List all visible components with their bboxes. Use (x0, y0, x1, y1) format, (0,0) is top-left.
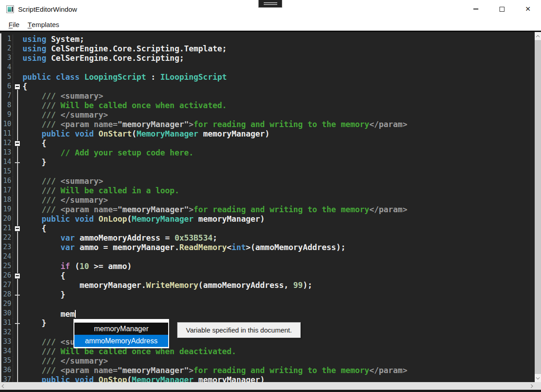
code-line[interactable]: 28 } (1, 290, 535, 300)
line-number: 28 (1, 290, 13, 300)
line-number: 15 (1, 167, 13, 177)
fold-collapse-icon[interactable] (14, 226, 20, 232)
maximize-button[interactable] (489, 0, 515, 18)
titlebar: ScriptEditorWindow ✕ (0, 0, 541, 18)
line-number: 5 (1, 73, 13, 82)
code-line[interactable]: 14 } (1, 158, 535, 167)
horizontal-scrollbar[interactable] (0, 382, 535, 390)
line-number: 26 (1, 271, 13, 281)
line-number: 21 (1, 224, 13, 233)
scroll-down-button[interactable] (535, 374, 541, 382)
fold-collapse-icon[interactable] (14, 84, 20, 90)
code-line[interactable]: 20 public void OnLoop(MemoryManager memo… (1, 214, 535, 224)
code-line[interactable]: 17 /// Will be called in a loop. (1, 186, 535, 196)
code-line[interactable]: 15 (1, 167, 535, 177)
code-line[interactable]: 22 var ammoMemoryAddress = 0x53B534; (1, 233, 535, 243)
line-number: 22 (1, 233, 13, 243)
line-number: 32 (1, 328, 13, 337)
code-text (23, 300, 535, 309)
code-text: memoryManager.WriteMemory(ammoMemoryAddr… (23, 281, 535, 290)
code-text: /// Will be called once when deactivated… (23, 347, 535, 356)
code-line[interactable]: 8 /// Will be called once when activated… (1, 101, 535, 110)
code-line[interactable]: 26 { (1, 271, 535, 281)
code-line[interactable]: 34 /// Will be called once when deactiva… (1, 347, 535, 356)
line-number: 31 (1, 319, 13, 328)
fold-margin (13, 375, 23, 382)
code-line[interactable]: 19 /// <param name="memoryManager">for r… (1, 205, 535, 214)
code-text: using CelSerEngine.Core.Scripting; (23, 54, 535, 63)
code-line[interactable]: 23 var ammo = memoryManager.ReadMemory<i… (1, 243, 535, 252)
completion-item[interactable]: memoryManager (74, 323, 168, 335)
code-text: /// </summary> (23, 196, 535, 205)
code-line[interactable]: 3using CelSerEngine.Core.Scripting; (1, 54, 535, 63)
code-text: if (10 >= ammo) (23, 262, 535, 271)
code-line[interactable]: 13 // Add your setup code here. (1, 148, 535, 158)
fold-margin (13, 224, 23, 233)
code-text: public void OnStop(MemoryManager memoryM… (23, 375, 535, 382)
menu-file[interactable]: File (5, 18, 23, 31)
code-editor[interactable]: 1using System;2using CelSerEngine.Core.S… (0, 31, 541, 392)
fold-margin (13, 337, 23, 347)
code-line[interactable]: 1using System; (1, 35, 535, 44)
code-line[interactable]: 21 { (1, 224, 535, 233)
code-line[interactable]: 25 if (10 >= ammo) (1, 262, 535, 271)
completion-item-selected[interactable]: ammoMemoryAddress (74, 335, 168, 347)
code-line[interactable]: 27 memoryManager.WriteMemory(ammoMemoryA… (1, 281, 535, 290)
code-line[interactable]: 4 (1, 63, 535, 73)
fold-end-icon (15, 162, 20, 163)
code-line[interactable]: 11 public void OnStart(MemoryManager mem… (1, 129, 535, 139)
line-number: 18 (1, 196, 13, 205)
code-text: using System; (23, 35, 535, 44)
fold-margin (13, 91, 23, 101)
fold-margin (13, 63, 23, 73)
line-number: 29 (1, 300, 13, 309)
code-text: /// <param name="memoryManager">for read… (23, 205, 535, 214)
code-line[interactable]: 37 public void OnStop(MemoryManager memo… (1, 375, 535, 382)
code-line[interactable]: 7 /// <summary> (1, 91, 535, 101)
line-number: 9 (1, 110, 13, 120)
code-text: } (23, 158, 535, 167)
line-number: 33 (1, 337, 13, 347)
fold-margin (13, 252, 23, 262)
close-button[interactable]: ✕ (515, 0, 541, 18)
fold-collapse-icon[interactable] (14, 273, 20, 279)
code-line[interactable]: 5public class LoopingScript : ILoopingSc… (1, 73, 535, 82)
code-line[interactable]: 6{ (1, 82, 535, 91)
code-line[interactable]: 18 /// </summary> (1, 196, 535, 205)
menu-templates[interactable]: Templates (23, 18, 63, 31)
code-text: { (23, 139, 535, 148)
vertical-scrollbar[interactable] (535, 32, 541, 382)
fold-margin (13, 300, 23, 309)
code-line[interactable]: 30 mem (1, 309, 535, 319)
code-line[interactable]: 12 { (1, 139, 535, 148)
fold-collapse-icon[interactable] (14, 141, 20, 146)
code-line[interactable]: 10 /// <param name="memoryManager">for r… (1, 120, 535, 129)
code-text: /// <summary> (23, 91, 535, 101)
code-text: { (23, 271, 535, 281)
code-line[interactable]: 24 (1, 252, 535, 262)
line-number: 10 (1, 120, 13, 129)
code-text: // Add your setup code here. (23, 148, 535, 158)
text-caret (75, 310, 76, 318)
scroll-left-icon[interactable] (2, 384, 5, 387)
completion-popup[interactable]: memoryManagerammoMemoryAddress (73, 319, 169, 348)
code-line[interactable]: 36 /// <param name="memoryManager">for r… (1, 366, 535, 375)
code-line[interactable]: 35 /// </summary> (1, 356, 535, 366)
fold-margin (13, 271, 23, 281)
code-line[interactable]: 9 /// </summary> (1, 110, 535, 120)
fold-margin (13, 54, 23, 63)
fold-margin (13, 120, 23, 129)
scroll-up-button[interactable] (535, 32, 541, 40)
scroll-right-icon[interactable] (529, 384, 533, 387)
minimize-button[interactable] (463, 0, 489, 18)
screen-share-grip (258, 0, 282, 8)
code-text: public void OnStart(MemoryManager memory… (23, 129, 535, 139)
code-line[interactable]: 2using CelSerEngine.Core.Scripting.Templ… (1, 44, 535, 54)
code-text: var ammo = memoryManager.ReadMemory<int>… (23, 243, 535, 252)
window-title: ScriptEditorWindow (18, 5, 77, 13)
code-line[interactable]: 16 /// <summary> (1, 177, 535, 186)
code-line[interactable]: 29 (1, 300, 535, 309)
scroll-down-icon (536, 375, 540, 379)
menubar: FileTemplates (0, 18, 541, 31)
fold-end-icon (15, 295, 20, 296)
